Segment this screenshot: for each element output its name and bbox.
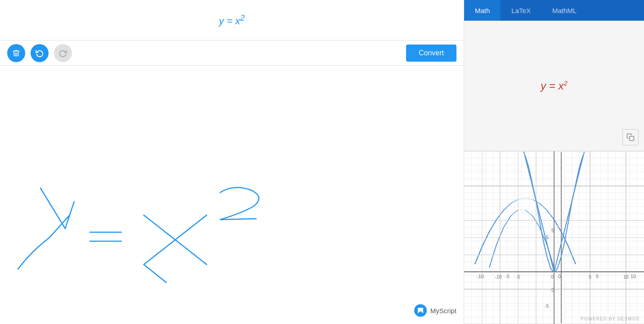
svg-text:-5: -5 [545,304,549,309]
right-panel: Math LaTeX MathML y = x2 [464,0,644,324]
svg-text:-5: -5 [516,274,520,279]
math-result: y = x2 [464,21,644,151]
myscript-brand: MyScript [414,304,456,317]
copy-button[interactable] [622,129,639,145]
delete-button[interactable] [7,44,25,62]
myscript-logo [414,304,427,317]
svg-text:-10: -10 [495,274,502,279]
tab-latex[interactable]: LaTeX [501,0,541,21]
drawing-canvas[interactable] [0,66,464,324]
tab-mathml[interactable]: MathML [541,0,587,21]
svg-text:5: 5 [589,274,591,279]
desmos-brand: POWERED BY desmos [581,316,640,321]
svg-rect-2 [630,136,634,141]
myscript-label: MyScript [430,307,456,315]
graph-area: -10 -5 0 5 10 5 -5 [464,151,644,324]
redo-button[interactable] [54,44,72,62]
toolbar: Convert [0,40,464,66]
svg-text:10: 10 [623,274,628,279]
math-result-formula: y = x2 [541,79,568,92]
convert-button[interactable]: Convert [406,45,456,62]
tabs: Math LaTeX MathML [464,0,644,21]
tab-math[interactable]: Math [464,0,501,21]
left-panel: y = x2 Convert [0,0,464,324]
canvas-area[interactable]: MyScript [0,66,464,324]
formula-display: y = x2 [0,0,464,40]
recognized-formula: y = x2 [219,13,245,27]
svg-text:5: 5 [546,234,549,239]
svg-text:0: 0 [551,274,554,279]
undo-button[interactable] [31,44,49,62]
